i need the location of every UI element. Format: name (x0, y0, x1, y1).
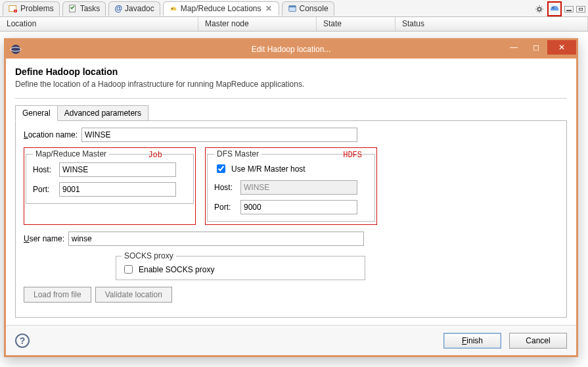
dialog-titlebar[interactable]: Edit Hadoop location... — ◻ ✕ (6, 40, 576, 59)
tab-javadoc[interactable]: @ Javadoc (108, 1, 160, 16)
tab-tasks[interactable]: Tasks (62, 1, 106, 16)
problems-icon: ! (9, 4, 18, 13)
tab-problems[interactable]: ! Problems (3, 1, 60, 16)
help-icon[interactable]: ? (15, 333, 30, 348)
finish-button[interactable]: Finish (443, 333, 501, 349)
mr-port-input[interactable] (59, 182, 176, 197)
new-hadoop-location-button[interactable] (547, 1, 562, 16)
dfs-master-highlight: HDFS DFS Master Use M/R Master host Host… (205, 147, 377, 225)
cancel-button[interactable]: Cancel (509, 333, 567, 349)
svg-text:!: ! (14, 5, 16, 13)
elephant-icon (169, 4, 178, 13)
mapreduce-master-legend: Map/Reduce Master (33, 149, 109, 159)
mapreduce-master-highlight: Job Map/Reduce Master Host: Port: (24, 147, 196, 225)
mr-host-input[interactable] (59, 162, 176, 177)
tab-label: Console (300, 4, 328, 13)
use-mr-master-host-checkbox[interactable] (217, 164, 225, 173)
edit-hadoop-location-dialog: Edit Hadoop location... — ◻ ✕ Define Had… (4, 38, 578, 357)
mapreduce-master-group: Map/Reduce Master Host: Port: (26, 149, 194, 204)
load-from-file-button[interactable]: Load from file (24, 287, 91, 303)
tab-label: Map/Reduce Locations (181, 4, 261, 13)
tab-mapreduce-locations[interactable]: Map/Reduce Locations ✕ (163, 1, 279, 16)
minimize-button[interactable]: — (503, 40, 525, 55)
eclipse-view-tabstrip: ! Problems Tasks @ Javadoc Map/Reduce Lo… (0, 0, 588, 17)
tab-advanced-parameters[interactable]: Advanced parameters (57, 105, 148, 120)
divider (15, 98, 567, 99)
dialog-tabs: General Advanced parameters (15, 104, 567, 121)
svg-point-9 (11, 45, 20, 54)
user-name-input[interactable] (68, 232, 364, 246)
tab-label: Tasks (80, 4, 101, 13)
dialog-description: Define the location of a Hadoop infrastr… (15, 80, 567, 89)
close-icon[interactable]: ✕ (264, 4, 273, 13)
javadoc-at-icon: @ (114, 4, 122, 13)
tab-label: Javadoc (125, 4, 154, 13)
gear-icon[interactable] (534, 4, 545, 14)
location-name-input[interactable] (81, 128, 357, 142)
tab-console[interactable]: Console (282, 1, 334, 16)
locations-table-header: Location Master node State Status (0, 17, 588, 32)
svg-point-4 (171, 8, 173, 9)
dfs-host-label: Host: (214, 183, 237, 192)
tab-label: Problems (20, 4, 54, 13)
console-icon (288, 4, 297, 13)
maximize-button[interactable]: ◻ (525, 40, 547, 55)
svg-point-8 (553, 7, 554, 9)
dialog-title: Edit Hadoop location... (252, 45, 331, 54)
col-state[interactable]: State (317, 17, 396, 31)
svg-point-7 (537, 7, 541, 11)
mr-host-label: Host: (33, 165, 55, 174)
tabstrip-toolbar (534, 1, 585, 16)
tasks-icon (68, 4, 78, 13)
minimize-view-icon[interactable] (564, 6, 574, 12)
eclipse-icon (10, 43, 22, 55)
dfs-port-input[interactable] (240, 200, 357, 214)
enable-socks-proxy-checkbox[interactable] (124, 265, 133, 274)
col-location[interactable]: Location (0, 17, 198, 31)
dfs-master-legend: DFS Master (214, 149, 261, 159)
maximize-view-icon[interactable] (576, 6, 585, 12)
socks-proxy-group: SOCKS proxy Enable SOCKS proxy (116, 251, 365, 280)
use-mr-master-host-label: Use M/R Master host (231, 164, 305, 174)
dfs-port-label: Port: (214, 203, 237, 212)
dfs-host-input (240, 180, 357, 195)
svg-rect-6 (288, 6, 296, 8)
dfs-master-group: DFS Master Use M/R Master host Host: Por… (207, 149, 375, 222)
mr-port-label: Port: (33, 185, 55, 194)
tab-general[interactable]: General (15, 105, 58, 121)
location-name-label: Location name: (24, 130, 78, 139)
enable-socks-proxy-label: Enable SOCKS proxy (139, 265, 214, 274)
col-master-node[interactable]: Master node (198, 17, 317, 31)
annotation-job: Job (148, 151, 162, 160)
close-button[interactable]: ✕ (547, 40, 576, 55)
validate-location-button[interactable]: Validate location (95, 287, 172, 303)
user-name-label: User name: (24, 234, 64, 243)
annotation-hdfs: HDFS (343, 151, 362, 160)
col-status[interactable]: Status (396, 17, 588, 31)
dialog-heading: Define Hadoop location (15, 66, 567, 77)
socks-proxy-legend: SOCKS proxy (122, 251, 176, 260)
general-pane: Location name: Job Map/Reduce Master Hos… (15, 121, 567, 318)
dialog-footer: ? Finish Cancel (6, 325, 576, 355)
elephant-blue-icon (549, 3, 560, 13)
